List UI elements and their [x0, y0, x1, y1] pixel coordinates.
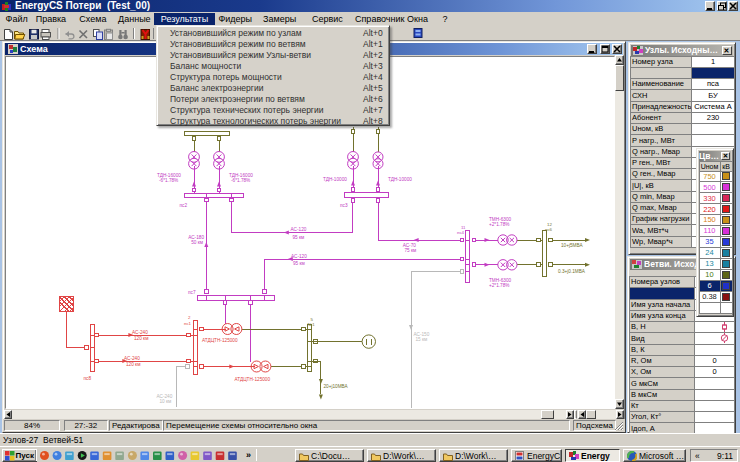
svg-text:20+j10МВА: 20+j10МВА — [324, 384, 349, 389]
svg-text:-6*1.78%: -6*1.78% — [231, 178, 250, 183]
svg-text:ТМН-6300: ТМН-6300 — [489, 278, 512, 283]
svg-text:50 км: 50 км — [191, 240, 203, 245]
svg-text:пс7: пс7 — [188, 290, 196, 295]
svg-text:АТДЦТН-125000: АТДЦТН-125000 — [202, 338, 238, 343]
svg-text:10 км: 10 км — [160, 399, 172, 404]
svg-text:ТМН-6300: ТМН-6300 — [489, 217, 512, 222]
svg-text:10+j5МВА: 10+j5МВА — [561, 243, 583, 248]
svg-text:пс1: пс1 — [184, 321, 192, 326]
svg-text:АТДЦТН-125000: АТДЦТН-125000 — [235, 377, 271, 382]
svg-text:0.3+j0.1МВА: 0.3+j0.1МВА — [558, 269, 586, 274]
svg-text:+2*1.78%: +2*1.78% — [489, 222, 509, 227]
svg-text:75 км: 75 км — [405, 248, 417, 253]
svg-text:ТДН-10000: ТДН-10000 — [388, 177, 412, 182]
svg-text:№1: №1 — [308, 322, 316, 327]
svg-text:120 км: 120 км — [134, 336, 148, 341]
svg-text:пс2: пс2 — [180, 203, 188, 208]
svg-text:АС-120: АС-120 — [291, 227, 307, 232]
svg-text:АС-240: АС-240 — [124, 356, 140, 361]
svg-text:95 км: 95 км — [293, 261, 305, 266]
svg-text:пс4: пс4 — [457, 230, 465, 235]
svg-text:АС-120: АС-120 — [291, 254, 307, 259]
svg-text:120 км: 120 км — [126, 362, 140, 367]
svg-text:пс8: пс8 — [84, 376, 92, 381]
svg-text:пс6: пс6 — [545, 227, 553, 232]
svg-text:15 км: 15 км — [416, 337, 428, 342]
svg-text:+2*1.78%: +2*1.78% — [489, 283, 509, 288]
svg-text:-6*1.78%: -6*1.78% — [159, 178, 178, 183]
svg-text:АС-240: АС-240 — [132, 330, 148, 335]
svg-text:пс3: пс3 — [340, 203, 348, 208]
svg-text:95 км: 95 км — [293, 235, 305, 240]
svg-text:ТДН-10000: ТДН-10000 — [323, 177, 347, 182]
